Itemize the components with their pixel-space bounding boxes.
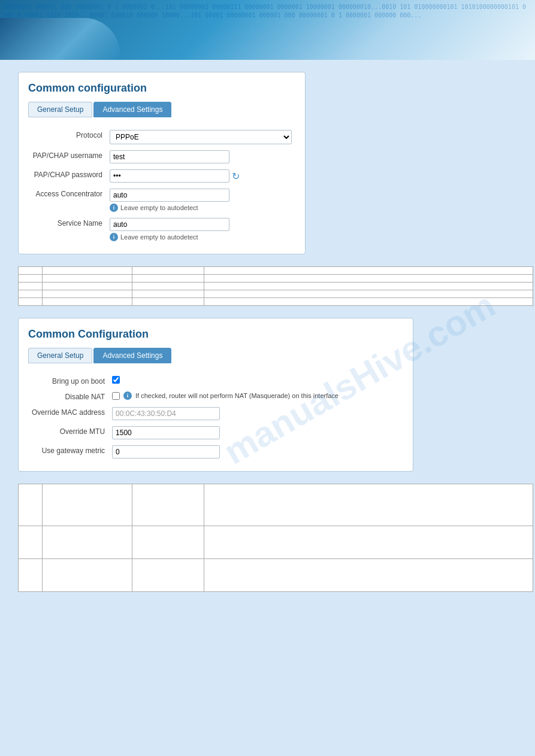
section2-tabs: General Setup Advanced Settings — [28, 348, 403, 363]
bring-up-label: Bring up on boot — [28, 373, 108, 388]
table-row — [19, 267, 533, 275]
protocol-row: Protocol PPPoE DHCP Static None — [28, 127, 295, 147]
table-cell — [204, 275, 533, 283]
table-cell — [19, 298, 43, 306]
disable-nat-hint: If checked, router will not perform NAT … — [135, 392, 338, 399]
disable-nat-field: i If checked, router will not perform NA… — [108, 388, 403, 404]
table-cell — [204, 484, 533, 526]
table-cell — [132, 526, 204, 559]
table-cell — [43, 290, 132, 298]
bring-up-checkbox[interactable] — [112, 376, 120, 384]
table-cell — [43, 484, 132, 526]
disable-nat-hint-icon: i — [123, 391, 132, 400]
table-row — [19, 526, 533, 559]
access-concentrator-hint-icon: i — [110, 204, 118, 212]
override-mtu-input[interactable] — [112, 426, 220, 439]
username-field — [106, 147, 295, 166]
table-cell — [43, 275, 132, 283]
access-concentrator-label: Access Concentrator — [28, 186, 106, 215]
username-input[interactable] — [110, 150, 229, 163]
override-mac-input[interactable] — [112, 407, 220, 420]
table-cell — [204, 267, 533, 275]
override-mac-row: Override MAC address — [28, 404, 403, 423]
gateway-metric-field — [108, 442, 403, 462]
protocol-field: PPPoE DHCP Static None — [106, 127, 295, 147]
protocol-label: Protocol — [28, 127, 106, 147]
section2-form: Bring up on boot Disable NAT i If checke… — [28, 373, 403, 462]
disable-nat-label: Disable NAT — [28, 388, 108, 404]
override-mtu-label: Override MTU — [28, 423, 108, 442]
table-row — [19, 290, 533, 298]
table-cell — [132, 559, 204, 592]
gateway-metric-label: Use gateway metric — [28, 442, 108, 462]
table-cell — [132, 267, 204, 275]
gateway-metric-row: Use gateway metric — [28, 442, 403, 462]
table-cell — [204, 526, 533, 559]
disable-nat-checkbox[interactable] — [112, 392, 120, 400]
protocol-select[interactable]: PPPoE DHCP Static None — [110, 130, 292, 144]
password-label: PAP/CHAP password — [28, 166, 106, 186]
table-cell — [19, 267, 43, 275]
table-cell — [204, 290, 533, 298]
section2-title: Common Configuration — [28, 328, 403, 341]
table-cell — [19, 290, 43, 298]
disable-nat-row: Disable NAT i If checked, router will no… — [28, 388, 403, 404]
refresh-icon[interactable]: ↻ — [232, 171, 243, 181]
tab-advanced-settings-2[interactable]: Advanced Settings — [93, 348, 171, 363]
table-cell — [132, 283, 204, 290]
table-cell — [43, 559, 132, 592]
table-cell — [19, 275, 43, 283]
tab-general-setup-1[interactable]: General Setup — [28, 102, 92, 117]
override-mac-label: Override MAC address — [28, 404, 108, 423]
access-concentrator-input[interactable] — [110, 189, 229, 202]
section2-card: Common Configuration General Setup Advan… — [18, 318, 413, 472]
service-name-hint: Leave empty to autodetect — [120, 233, 198, 241]
override-mac-field — [108, 404, 403, 423]
table-cell — [204, 298, 533, 306]
override-mtu-field — [108, 423, 403, 442]
table-row — [19, 484, 533, 526]
bring-up-field — [108, 373, 403, 388]
username-label: PAP/CHAP username — [28, 147, 106, 166]
table2 — [18, 484, 533, 592]
section1-title: Common configuration — [28, 82, 295, 95]
service-name-field: i Leave empty to autodetect — [106, 215, 295, 244]
table-cell — [43, 267, 132, 275]
table-cell — [43, 283, 132, 290]
tab-general-setup-2[interactable]: General Setup — [28, 348, 92, 363]
section1-tabs: General Setup Advanced Settings — [28, 102, 295, 117]
table-row — [19, 298, 533, 306]
section1-card: Common configuration General Setup Advan… — [18, 72, 306, 254]
password-row: PAP/CHAP password ↻ — [28, 166, 295, 186]
service-name-hint-icon: i — [110, 233, 118, 241]
header-banner: 00000001 000001 000 00000001 0 1 0000001… — [0, 0, 535, 60]
username-row: PAP/CHAP username — [28, 147, 295, 166]
table-cell — [204, 283, 533, 290]
access-concentrator-row: Access Concentrator i Leave empty to aut… — [28, 186, 295, 215]
gateway-metric-input[interactable] — [112, 445, 220, 459]
access-concentrator-field: i Leave empty to autodetect — [106, 186, 295, 215]
override-mtu-row: Override MTU — [28, 423, 403, 442]
binary-text: 00000001 000001 000 00000001 0 1 0000001… — [0, 0, 535, 60]
service-name-input[interactable] — [110, 218, 229, 231]
table-cell — [19, 283, 43, 290]
password-input[interactable] — [110, 169, 229, 183]
table1 — [18, 266, 533, 306]
table-cell — [19, 484, 43, 526]
table-cell — [204, 559, 533, 592]
table-cell — [132, 290, 204, 298]
access-concentrator-hint: Leave empty to autodetect — [120, 204, 198, 211]
table-cell — [132, 484, 204, 526]
password-field: ↻ — [106, 166, 295, 186]
table-cell — [132, 298, 204, 306]
table-cell — [19, 526, 43, 559]
table-row — [19, 559, 533, 592]
table-cell — [19, 559, 43, 592]
table-cell — [132, 275, 204, 283]
service-name-label: Service Name — [28, 215, 106, 244]
table-cell — [43, 526, 132, 559]
table-row — [19, 275, 533, 283]
table-row — [19, 283, 533, 290]
service-name-row: Service Name i Leave empty to autodetect — [28, 215, 295, 244]
tab-advanced-settings-1[interactable]: Advanced Settings — [93, 102, 171, 117]
